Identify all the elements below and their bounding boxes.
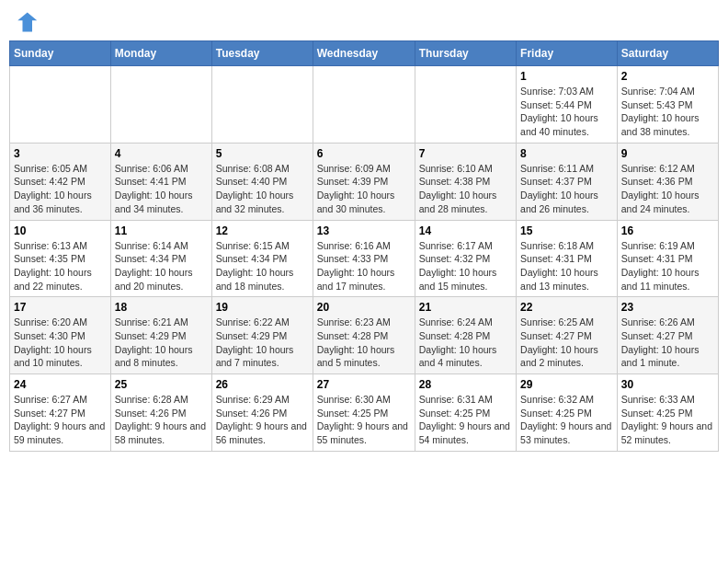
- day-number: 2: [621, 70, 714, 83]
- day-number: 18: [115, 301, 208, 314]
- day-cell: 21Sunrise: 6:24 AM Sunset: 4:28 PM Dayli…: [415, 297, 516, 374]
- day-info: Sunrise: 6:11 AM Sunset: 4:37 PM Dayligh…: [520, 162, 613, 216]
- day-info: Sunrise: 6:33 AM Sunset: 4:25 PM Dayligh…: [621, 393, 714, 447]
- logo-icon: [13, 9, 39, 35]
- day-cell: 1Sunrise: 7:03 AM Sunset: 5:44 PM Daylig…: [517, 66, 618, 144]
- day-number: 25: [115, 378, 208, 391]
- day-cell: 30Sunrise: 6:33 AM Sunset: 4:25 PM Dayli…: [617, 374, 718, 452]
- day-number: 29: [520, 378, 613, 391]
- day-cell: [211, 66, 313, 144]
- day-cell: 28Sunrise: 6:31 AM Sunset: 4:25 PM Dayli…: [415, 374, 516, 452]
- week-row-3: 10Sunrise: 6:13 AM Sunset: 4:35 PM Dayli…: [10, 220, 719, 297]
- day-info: Sunrise: 6:18 AM Sunset: 4:31 PM Dayligh…: [520, 239, 613, 293]
- week-row-2: 3Sunrise: 6:05 AM Sunset: 4:42 PM Daylig…: [10, 143, 719, 220]
- day-number: 6: [317, 147, 411, 160]
- day-header-monday: Monday: [110, 41, 211, 66]
- day-info: Sunrise: 6:06 AM Sunset: 4:41 PM Dayligh…: [115, 162, 208, 216]
- day-cell: 6Sunrise: 6:09 AM Sunset: 4:39 PM Daylig…: [313, 143, 415, 220]
- svg-marker-0: [17, 13, 37, 32]
- day-number: 3: [14, 147, 107, 160]
- day-info: Sunrise: 6:31 AM Sunset: 4:25 PM Dayligh…: [419, 393, 512, 447]
- day-number: 17: [14, 301, 107, 314]
- day-header-thursday: Thursday: [415, 41, 516, 66]
- day-cell: 11Sunrise: 6:14 AM Sunset: 4:34 PM Dayli…: [110, 220, 211, 297]
- day-cell: 14Sunrise: 6:17 AM Sunset: 4:32 PM Dayli…: [415, 220, 516, 297]
- day-info: Sunrise: 6:05 AM Sunset: 4:42 PM Dayligh…: [14, 162, 107, 216]
- day-info: Sunrise: 6:15 AM Sunset: 4:34 PM Dayligh…: [216, 239, 309, 293]
- day-cell: 13Sunrise: 6:16 AM Sunset: 4:33 PM Dayli…: [313, 220, 415, 297]
- day-cell: 18Sunrise: 6:21 AM Sunset: 4:29 PM Dayli…: [110, 297, 211, 374]
- day-info: Sunrise: 6:13 AM Sunset: 4:35 PM Dayligh…: [14, 239, 107, 293]
- day-number: 19: [216, 301, 309, 314]
- day-number: 27: [317, 378, 411, 391]
- day-info: Sunrise: 6:19 AM Sunset: 4:31 PM Dayligh…: [621, 239, 714, 293]
- day-info: Sunrise: 6:21 AM Sunset: 4:29 PM Dayligh…: [115, 316, 208, 370]
- day-info: Sunrise: 7:04 AM Sunset: 5:43 PM Dayligh…: [621, 85, 714, 139]
- day-cell: 2Sunrise: 7:04 AM Sunset: 5:43 PM Daylig…: [617, 66, 718, 144]
- day-info: Sunrise: 6:14 AM Sunset: 4:34 PM Dayligh…: [115, 239, 208, 293]
- day-info: Sunrise: 6:32 AM Sunset: 4:25 PM Dayligh…: [520, 393, 613, 447]
- day-number: 14: [419, 224, 512, 237]
- day-header-wednesday: Wednesday: [313, 41, 415, 66]
- day-number: 26: [216, 378, 309, 391]
- day-cell: 17Sunrise: 6:20 AM Sunset: 4:30 PM Dayli…: [10, 297, 111, 374]
- day-cell: 4Sunrise: 6:06 AM Sunset: 4:41 PM Daylig…: [110, 143, 211, 220]
- day-number: 10: [14, 224, 107, 237]
- day-cell: 29Sunrise: 6:32 AM Sunset: 4:25 PM Dayli…: [517, 374, 618, 452]
- day-number: 20: [317, 301, 411, 314]
- day-info: Sunrise: 6:25 AM Sunset: 4:27 PM Dayligh…: [520, 316, 613, 370]
- day-number: 12: [216, 224, 309, 237]
- day-info: Sunrise: 6:24 AM Sunset: 4:28 PM Dayligh…: [419, 316, 512, 370]
- day-info: Sunrise: 6:12 AM Sunset: 4:36 PM Dayligh…: [621, 162, 714, 216]
- day-info: Sunrise: 6:17 AM Sunset: 4:32 PM Dayligh…: [419, 239, 512, 293]
- day-number: 11: [115, 224, 208, 237]
- day-cell: 24Sunrise: 6:27 AM Sunset: 4:27 PM Dayli…: [10, 374, 111, 452]
- day-cell: 23Sunrise: 6:26 AM Sunset: 4:27 PM Dayli…: [617, 297, 718, 374]
- page-header: [9, 9, 719, 35]
- day-number: 28: [419, 378, 512, 391]
- day-cell: 5Sunrise: 6:08 AM Sunset: 4:40 PM Daylig…: [211, 143, 313, 220]
- day-number: 8: [520, 147, 613, 160]
- day-cell: [313, 66, 415, 144]
- day-cell: 3Sunrise: 6:05 AM Sunset: 4:42 PM Daylig…: [10, 143, 111, 220]
- day-info: Sunrise: 6:16 AM Sunset: 4:33 PM Dayligh…: [317, 239, 411, 293]
- day-number: 1: [520, 70, 613, 83]
- day-number: 23: [621, 301, 714, 314]
- day-cell: 19Sunrise: 6:22 AM Sunset: 4:29 PM Dayli…: [211, 297, 313, 374]
- day-cell: 16Sunrise: 6:19 AM Sunset: 4:31 PM Dayli…: [617, 220, 718, 297]
- day-cell: 26Sunrise: 6:29 AM Sunset: 4:26 PM Dayli…: [211, 374, 313, 452]
- day-info: Sunrise: 6:30 AM Sunset: 4:25 PM Dayligh…: [317, 393, 411, 447]
- calendar-header-row: SundayMondayTuesdayWednesdayThursdayFrid…: [10, 41, 719, 66]
- day-cell: 9Sunrise: 6:12 AM Sunset: 4:36 PM Daylig…: [617, 143, 718, 220]
- day-info: Sunrise: 6:20 AM Sunset: 4:30 PM Dayligh…: [14, 316, 107, 370]
- day-info: Sunrise: 6:10 AM Sunset: 4:38 PM Dayligh…: [419, 162, 512, 216]
- day-cell: 15Sunrise: 6:18 AM Sunset: 4:31 PM Dayli…: [517, 220, 618, 297]
- day-info: Sunrise: 6:27 AM Sunset: 4:27 PM Dayligh…: [14, 393, 107, 447]
- day-info: Sunrise: 6:28 AM Sunset: 4:26 PM Dayligh…: [115, 393, 208, 447]
- day-number: 22: [520, 301, 613, 314]
- day-number: 15: [520, 224, 613, 237]
- week-row-4: 17Sunrise: 6:20 AM Sunset: 4:30 PM Dayli…: [10, 297, 719, 374]
- day-cell: 8Sunrise: 6:11 AM Sunset: 4:37 PM Daylig…: [517, 143, 618, 220]
- day-cell: [110, 66, 211, 144]
- logo: [13, 9, 42, 35]
- day-info: Sunrise: 6:08 AM Sunset: 4:40 PM Dayligh…: [216, 162, 309, 216]
- day-number: 30: [621, 378, 714, 391]
- day-cell: 12Sunrise: 6:15 AM Sunset: 4:34 PM Dayli…: [211, 220, 313, 297]
- day-header-friday: Friday: [517, 41, 618, 66]
- day-info: Sunrise: 6:22 AM Sunset: 4:29 PM Dayligh…: [216, 316, 309, 370]
- day-cell: 20Sunrise: 6:23 AM Sunset: 4:28 PM Dayli…: [313, 297, 415, 374]
- day-number: 4: [115, 147, 208, 160]
- day-cell: 7Sunrise: 6:10 AM Sunset: 4:38 PM Daylig…: [415, 143, 516, 220]
- day-header-saturday: Saturday: [617, 41, 718, 66]
- day-cell: 25Sunrise: 6:28 AM Sunset: 4:26 PM Dayli…: [110, 374, 211, 452]
- week-row-1: 1Sunrise: 7:03 AM Sunset: 5:44 PM Daylig…: [10, 66, 719, 144]
- week-row-5: 24Sunrise: 6:27 AM Sunset: 4:27 PM Dayli…: [10, 374, 719, 452]
- day-number: 5: [216, 147, 309, 160]
- day-number: 9: [621, 147, 714, 160]
- day-header-tuesday: Tuesday: [211, 41, 313, 66]
- day-cell: [415, 66, 516, 144]
- calendar-table: SundayMondayTuesdayWednesdayThursdayFrid…: [9, 40, 719, 452]
- day-number: 7: [419, 147, 512, 160]
- day-cell: 27Sunrise: 6:30 AM Sunset: 4:25 PM Dayli…: [313, 374, 415, 452]
